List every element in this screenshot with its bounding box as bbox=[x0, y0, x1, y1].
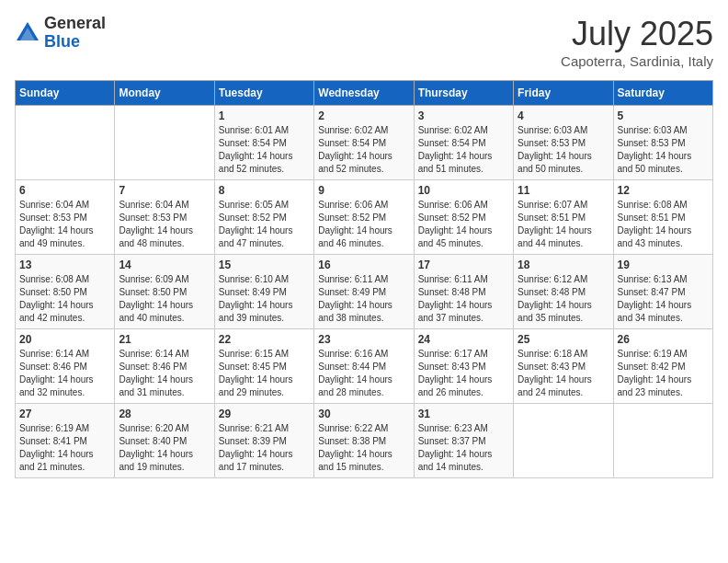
logo-blue: Blue bbox=[44, 33, 106, 52]
sunset-time: Sunset: 8:47 PM bbox=[618, 287, 686, 297]
day-number: 26 bbox=[618, 333, 709, 346]
table-row: 2 Sunrise: 6:02 AM Sunset: 8:54 PM Dayli… bbox=[314, 106, 414, 180]
header-saturday: Saturday bbox=[613, 81, 712, 106]
sunrise-time: Sunrise: 6:22 AM bbox=[318, 423, 388, 433]
sunrise-time: Sunrise: 6:03 AM bbox=[618, 125, 688, 135]
day-number: 9 bbox=[318, 184, 409, 197]
table-row: 13 Sunrise: 6:08 AM Sunset: 8:50 PM Dayl… bbox=[16, 255, 115, 329]
daylight-hours: Daylight: 14 hours and 48 minutes. bbox=[119, 225, 193, 248]
sunset-time: Sunset: 8:41 PM bbox=[19, 436, 87, 446]
cell-info: Sunrise: 6:11 AM Sunset: 8:49 PM Dayligh… bbox=[318, 273, 409, 325]
daylight-hours: Daylight: 14 hours and 32 minutes. bbox=[19, 374, 94, 397]
daylight-hours: Daylight: 14 hours and 34 minutes. bbox=[618, 300, 692, 323]
table-row: 24 Sunrise: 6:17 AM Sunset: 8:43 PM Dayl… bbox=[414, 329, 513, 404]
daylight-hours: Daylight: 14 hours and 21 minutes. bbox=[19, 449, 94, 472]
table-row: 14 Sunrise: 6:09 AM Sunset: 8:50 PM Dayl… bbox=[115, 255, 214, 329]
sunrise-time: Sunrise: 6:14 AM bbox=[119, 349, 188, 359]
sunset-time: Sunset: 8:48 PM bbox=[418, 287, 486, 297]
sunset-time: Sunset: 8:43 PM bbox=[518, 362, 586, 372]
table-row: 11 Sunrise: 6:07 AM Sunset: 8:51 PM Dayl… bbox=[514, 180, 613, 255]
day-number: 6 bbox=[19, 184, 110, 197]
daylight-hours: Daylight: 14 hours and 49 minutes. bbox=[19, 225, 94, 248]
cell-info: Sunrise: 6:23 AM Sunset: 8:37 PM Dayligh… bbox=[418, 422, 509, 474]
daylight-hours: Daylight: 14 hours and 17 minutes. bbox=[219, 449, 293, 472]
daylight-hours: Daylight: 14 hours and 43 minutes. bbox=[618, 225, 692, 248]
sunset-time: Sunset: 8:44 PM bbox=[318, 362, 386, 372]
daylight-hours: Daylight: 14 hours and 28 minutes. bbox=[318, 374, 392, 397]
daylight-hours: Daylight: 14 hours and 46 minutes. bbox=[318, 225, 392, 248]
sunrise-time: Sunrise: 6:10 AM bbox=[219, 274, 289, 284]
day-number: 24 bbox=[418, 333, 509, 346]
sunrise-time: Sunrise: 6:14 AM bbox=[19, 349, 89, 359]
sunset-time: Sunset: 8:52 PM bbox=[318, 213, 386, 223]
daylight-hours: Daylight: 14 hours and 42 minutes. bbox=[19, 300, 94, 323]
sunrise-time: Sunrise: 6:06 AM bbox=[418, 200, 488, 210]
sunrise-time: Sunrise: 6:04 AM bbox=[119, 200, 188, 210]
day-number: 31 bbox=[418, 408, 509, 420]
table-row: 3 Sunrise: 6:02 AM Sunset: 8:54 PM Dayli… bbox=[414, 106, 513, 180]
cell-info: Sunrise: 6:09 AM Sunset: 8:50 PM Dayligh… bbox=[119, 273, 210, 325]
daylight-hours: Daylight: 14 hours and 44 minutes. bbox=[518, 225, 592, 248]
table-row bbox=[115, 106, 214, 180]
sunrise-time: Sunrise: 6:12 AM bbox=[518, 274, 587, 284]
sunrise-time: Sunrise: 6:09 AM bbox=[119, 274, 188, 284]
cell-info: Sunrise: 6:16 AM Sunset: 8:44 PM Dayligh… bbox=[318, 348, 409, 399]
day-number: 21 bbox=[119, 333, 210, 346]
daylight-hours: Daylight: 14 hours and 52 minutes. bbox=[318, 151, 392, 174]
sunrise-time: Sunrise: 6:08 AM bbox=[618, 200, 688, 210]
sunrise-time: Sunrise: 6:07 AM bbox=[518, 200, 587, 210]
day-number: 8 bbox=[219, 184, 310, 197]
day-number: 5 bbox=[618, 109, 709, 122]
cell-info: Sunrise: 6:02 AM Sunset: 8:54 PM Dayligh… bbox=[318, 124, 409, 176]
daylight-hours: Daylight: 14 hours and 37 minutes. bbox=[418, 300, 493, 323]
day-number: 25 bbox=[518, 333, 609, 346]
daylight-hours: Daylight: 14 hours and 23 minutes. bbox=[618, 374, 692, 397]
day-number: 1 bbox=[219, 109, 310, 122]
header-sunday: Sunday bbox=[16, 81, 115, 106]
calendar-body: 1 Sunrise: 6:01 AM Sunset: 8:54 PM Dayli… bbox=[16, 106, 713, 478]
table-row: 12 Sunrise: 6:08 AM Sunset: 8:51 PM Dayl… bbox=[613, 180, 712, 255]
table-row: 21 Sunrise: 6:14 AM Sunset: 8:46 PM Dayl… bbox=[115, 329, 214, 404]
day-number: 17 bbox=[418, 259, 509, 271]
cell-info: Sunrise: 6:10 AM Sunset: 8:49 PM Dayligh… bbox=[219, 273, 310, 325]
daylight-hours: Daylight: 14 hours and 45 minutes. bbox=[418, 225, 493, 248]
sunset-time: Sunset: 8:54 PM bbox=[219, 138, 287, 148]
cell-info: Sunrise: 6:04 AM Sunset: 8:53 PM Dayligh… bbox=[19, 199, 110, 250]
day-number: 22 bbox=[219, 333, 310, 346]
cell-info: Sunrise: 6:15 AM Sunset: 8:45 PM Dayligh… bbox=[219, 348, 310, 399]
cell-info: Sunrise: 6:12 AM Sunset: 8:48 PM Dayligh… bbox=[518, 273, 609, 325]
sunset-time: Sunset: 8:48 PM bbox=[518, 287, 586, 297]
day-number: 2 bbox=[318, 109, 409, 122]
table-row: 16 Sunrise: 6:11 AM Sunset: 8:49 PM Dayl… bbox=[314, 255, 414, 329]
day-number: 29 bbox=[219, 408, 310, 420]
sunrise-time: Sunrise: 6:13 AM bbox=[618, 274, 688, 284]
table-row: 27 Sunrise: 6:19 AM Sunset: 8:41 PM Dayl… bbox=[16, 404, 115, 478]
logo: General Blue bbox=[15, 15, 106, 52]
cell-info: Sunrise: 6:19 AM Sunset: 8:42 PM Dayligh… bbox=[618, 348, 709, 399]
sunset-time: Sunset: 8:50 PM bbox=[19, 287, 87, 297]
cell-info: Sunrise: 6:04 AM Sunset: 8:53 PM Dayligh… bbox=[119, 199, 210, 250]
sunrise-time: Sunrise: 6:16 AM bbox=[318, 349, 388, 359]
daylight-hours: Daylight: 14 hours and 50 minutes. bbox=[518, 151, 592, 174]
title-block: July 2025 Capoterra, Sardinia, Italy bbox=[561, 15, 713, 69]
sunrise-time: Sunrise: 6:03 AM bbox=[518, 125, 587, 135]
sunset-time: Sunset: 8:52 PM bbox=[219, 213, 287, 223]
header-friday: Friday bbox=[514, 81, 613, 106]
sunset-time: Sunset: 8:51 PM bbox=[518, 213, 586, 223]
sunset-time: Sunset: 8:53 PM bbox=[119, 213, 187, 223]
table-row: 5 Sunrise: 6:03 AM Sunset: 8:53 PM Dayli… bbox=[613, 106, 712, 180]
day-number: 11 bbox=[518, 184, 609, 197]
daylight-hours: Daylight: 14 hours and 15 minutes. bbox=[318, 449, 392, 472]
sunset-time: Sunset: 8:53 PM bbox=[518, 138, 586, 148]
table-row: 10 Sunrise: 6:06 AM Sunset: 8:52 PM Dayl… bbox=[414, 180, 513, 255]
daylight-hours: Daylight: 14 hours and 29 minutes. bbox=[219, 374, 293, 397]
day-number: 16 bbox=[318, 259, 409, 271]
day-number: 7 bbox=[119, 184, 210, 197]
sunset-time: Sunset: 8:38 PM bbox=[318, 436, 386, 446]
table-row: 29 Sunrise: 6:21 AM Sunset: 8:39 PM Dayl… bbox=[214, 404, 313, 478]
sunrise-time: Sunrise: 6:06 AM bbox=[318, 200, 388, 210]
cell-info: Sunrise: 6:14 AM Sunset: 8:46 PM Dayligh… bbox=[119, 348, 210, 399]
day-number: 12 bbox=[618, 184, 709, 197]
cell-info: Sunrise: 6:19 AM Sunset: 8:41 PM Dayligh… bbox=[19, 422, 110, 474]
sunrise-time: Sunrise: 6:08 AM bbox=[19, 274, 89, 284]
